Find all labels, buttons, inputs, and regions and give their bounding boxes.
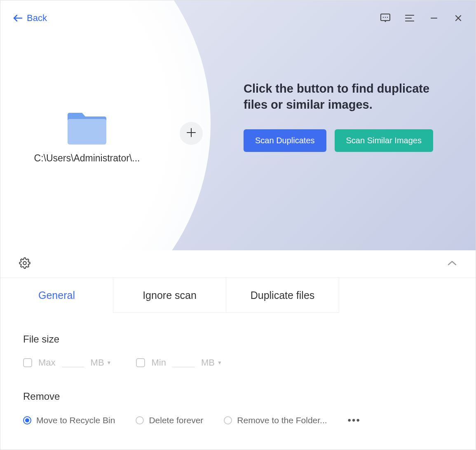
max-label: Max [38, 357, 56, 368]
chevron-down-icon: ▼ [107, 360, 112, 366]
window-controls [380, 13, 463, 23]
min-size-item: Min MB ▼ [136, 357, 222, 368]
max-input[interactable] [62, 358, 84, 367]
svg-point-4 [387, 17, 388, 18]
folder-path: C:\Users\Administrator\... [25, 153, 149, 164]
min-checkbox[interactable] [136, 358, 145, 367]
feedback-icon[interactable] [380, 13, 390, 23]
max-unit-label: MB [91, 357, 104, 368]
radio-recycle [23, 416, 31, 424]
svg-point-3 [385, 17, 386, 18]
tab-general[interactable]: General [0, 278, 113, 313]
scan-similar-images-button[interactable]: Scan Similar Images [335, 129, 433, 152]
folder-icon [66, 112, 108, 147]
tabs-row: General Ignore scan Duplicate files [0, 278, 476, 313]
tab-duplicate-files[interactable]: Duplicate files [226, 278, 339, 313]
instruction-area: Click the button to find duplicate files… [244, 81, 454, 152]
svg-rect-11 [68, 119, 106, 145]
selected-folder[interactable]: C:\Users\Administrator\... [25, 112, 149, 164]
svg-point-14 [23, 261, 26, 264]
min-unit-label: MB [201, 357, 215, 368]
max-size-item: Max MB ▼ [23, 357, 111, 368]
remove-option-recycle[interactable]: Move to Recycle Bin [23, 415, 115, 425]
remove-option-delete[interactable]: Delete forever [136, 415, 203, 425]
filesize-row: Max MB ▼ Min MB ▼ [23, 357, 453, 368]
menu-icon[interactable] [405, 13, 415, 23]
tab-content-general: File size Max MB ▼ Min MB ▼ Remove Move … [0, 313, 476, 447]
min-label: Min [151, 357, 166, 368]
radio-delete-label: Delete forever [149, 415, 203, 425]
radio-delete [136, 416, 144, 424]
remove-options-row: Move to Recycle Bin Delete forever Remov… [23, 415, 453, 426]
remove-title: Remove [23, 391, 453, 402]
close-icon[interactable] [453, 13, 463, 23]
scan-duplicates-button[interactable]: Scan Duplicates [244, 129, 326, 152]
plus-icon [186, 126, 197, 141]
min-unit-select[interactable]: MB ▼ [201, 357, 222, 368]
radio-folder-label: Remove to the Folder... [237, 415, 327, 425]
max-unit-select[interactable]: MB ▼ [91, 357, 112, 368]
min-input[interactable] [172, 358, 195, 367]
gear-icon[interactable] [19, 257, 30, 270]
back-label: Back [27, 13, 47, 23]
title-bar: Back [0, 8, 476, 28]
hero-area: Back [0, 0, 476, 250]
settings-header [0, 250, 476, 278]
minimize-icon[interactable] [429, 13, 439, 23]
svg-point-2 [383, 17, 384, 18]
more-options-button[interactable]: ••• [348, 415, 361, 426]
radio-folder [224, 416, 232, 424]
radio-recycle-label: Move to Recycle Bin [36, 415, 115, 425]
scan-buttons: Scan Duplicates Scan Similar Images [244, 129, 454, 152]
chevron-up-icon[interactable] [447, 260, 457, 268]
arrow-left-icon [13, 13, 23, 23]
remove-option-folder[interactable]: Remove to the Folder... [224, 415, 327, 425]
back-button[interactable]: Back [13, 13, 47, 23]
max-checkbox[interactable] [23, 358, 32, 367]
chevron-down-icon: ▼ [217, 360, 222, 366]
add-folder-button[interactable] [180, 122, 203, 145]
filesize-title: File size [23, 333, 453, 345]
tab-ignore-scan[interactable]: Ignore scan [113, 278, 226, 313]
instruction-text: Click the button to find duplicate files… [244, 81, 454, 113]
